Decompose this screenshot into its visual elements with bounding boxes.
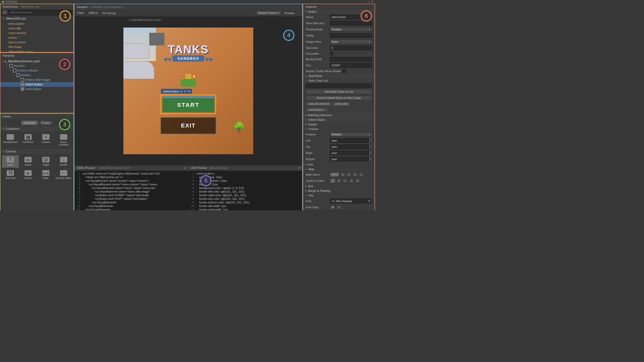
lib-item-textfield[interactable]: T|Text Field [2,169,19,181]
lib-item-slider[interactable]: ⟷Slider [38,169,54,181]
unit-toggle[interactable]: - [369,157,372,161]
justify-between[interactable]: ▯ [349,178,354,183]
game-exit-button[interactable]: EXIT [160,117,216,134]
unit-toggle[interactable]: - [369,151,372,155]
annotation-3: 3 [59,119,70,130]
align-icon[interactable]: ≡ [181,90,182,93]
controls-foldout[interactable]: Controls [1,149,73,154]
display-foldout[interactable]: Display [303,122,375,127]
fit-canvas-button[interactable]: Fit Canvas [101,11,118,15]
class-pill[interactable]: .unity-text-element [306,102,331,106]
class-pill[interactable]: .menu-button× [306,108,328,112]
class-input[interactable] [306,83,372,88]
selector-item[interactable]: .title-image [1,45,73,49]
right-input[interactable] [330,151,369,155]
classlist-foldout[interactable]: Style Class List [303,78,375,83]
tabindex-input[interactable] [330,46,372,50]
kebab-icon[interactable]: ⋮ [68,54,71,57]
align-start[interactable]: ▯ [340,172,345,177]
text-foldout[interactable]: Text [303,193,375,198]
lib-item-minmax[interactable]: ↔Min-Max Slider [55,169,72,181]
tree-row-selected[interactable]: #start-button [1,82,73,87]
text-input[interactable] [330,63,372,68]
align-foldout[interactable]: Align [303,167,375,171]
selector-item[interactable]: .menu-window [1,31,73,35]
position-dropdown[interactable]: Relative [330,132,372,137]
pickingmode-dropdown[interactable]: Position [330,27,372,32]
lib-item-visualelement[interactable]: VisualElement [2,133,19,148]
lib-item-imgui[interactable]: IMGUI Container [55,133,72,148]
tab-standard[interactable]: Standard [21,120,38,125]
selector-item[interactable]: .menu-button [1,21,73,26]
popout-icon[interactable]: ↗ [184,166,186,170]
justify-end[interactable]: ▯ [342,178,348,183]
close-icon[interactable]: × [324,108,326,111]
bold-button[interactable]: B [330,205,336,210]
tree-row[interactable]: #menu-title-image [1,77,73,82]
selector-list: .menu-button .menu-title .menu-window .s… [1,21,73,52]
justify-center[interactable]: ▯ [336,178,342,183]
tab-project[interactable]: Project [39,120,53,125]
object-picker-icon[interactable]: ⊙ [368,199,370,203]
add-class-button[interactable]: Add Style Class to List [306,89,372,94]
margin-foldout[interactable]: Margin & Padding [303,188,375,193]
selector-item[interactable]: .menu-title [1,26,73,31]
theme-dropdown[interactable]: Default Theme ▾ [256,11,281,15]
matching-foldout[interactable]: Matching Selectors [303,113,375,117]
align-center[interactable]: ▯ [346,172,352,177]
tree-row[interactable]: #exit-button [1,87,73,91]
lib-item-scroller[interactable]: ⋮Scroller [55,155,72,168]
top-input[interactable] [330,144,369,149]
stylesheet-foldout[interactable]: StyleSheet [303,74,375,78]
align-end[interactable]: ▯ [352,172,358,177]
tree-row[interactable]: ▼#menu [1,73,73,77]
lib-item-scrollview[interactable]: ▤ScrollView [20,133,37,148]
extract-styles-button[interactable]: Extract Inlined Styles to New Class [306,95,372,100]
font-field[interactable]: AaTeko-Regular⊙ [330,199,372,203]
start-button-selection[interactable]: #start-button ≡ ⤢ ↦ START [160,94,216,114]
size-foldout[interactable]: Size [303,184,375,188]
justify-start[interactable]: ▯ [330,178,336,183]
zoom-dropdown[interactable]: 100% ▾ [87,11,99,15]
inlined-foldout[interactable]: Inlined Styles [303,117,375,122]
kebab-icon[interactable]: ⋮ [298,11,301,15]
canvas-area[interactable]: 4 1_MainMenuScreen.uxml TANKS ◀◀ SANDBOX [74,17,302,165]
kebab-icon[interactable]: ⋮ [297,5,300,8]
unit-toggle[interactable]: - [369,144,372,149]
bindingpath-input[interactable] [330,57,372,62]
preview-button[interactable]: Preview [283,11,296,15]
justify-around[interactable]: ▯ [355,178,360,183]
popout-icon[interactable]: ↗ [298,166,300,170]
uxml-code[interactable]: 1<ui:UXML xmlns:ui="UnityEngine.UIElemen… [74,171,188,210]
position-foldout[interactable]: Position [303,127,375,131]
selector-item[interactable]: .screen [1,35,73,40]
focusable-checkbox[interactable] [330,52,334,55]
align-auto[interactable]: AUTO [330,172,339,177]
tooltip-input[interactable] [330,33,372,38]
window-controls[interactable]: ⋮ □ ✕ [364,0,374,3]
hierarchy-header: Hierarchy⋮ [1,53,73,58]
class-pill[interactable]: .unity-button [332,102,350,106]
align-icon[interactable]: ↦ [188,90,190,93]
flex-foldout[interactable]: Flex [303,162,375,167]
selector-item[interactable]: .menu-button:hover [1,49,73,52]
lib-item-foldout[interactable]: ▸Foldout [20,169,37,181]
game-start-button[interactable]: START [163,97,214,112]
lib-item-listview[interactable]: ≡ListView [38,133,54,148]
bottom-input[interactable] [330,157,369,161]
file-menu[interactable]: File▾ [76,11,85,15]
usagehints-dropdown[interactable]: None [330,39,372,44]
add-selector-button[interactable]: + [2,10,7,15]
lib-item-label[interactable]: TLabel [2,155,19,168]
kebab-icon[interactable]: ⋮ [68,115,71,118]
left-input[interactable] [330,138,369,143]
unit-toggle[interactable]: - [369,138,372,143]
lib-item-toggle[interactable]: ☑Toggle [38,155,54,168]
viewport-panel: Viewport - UI Builder 1.0.0-preview.11 ⋮… [74,4,303,210]
lib-item-button[interactable]: ▭Button [20,155,37,168]
align-stretch[interactable]: ▯ [358,172,364,177]
italic-button[interactable]: I [336,205,342,210]
align-icon[interactable]: ⤢ [184,90,186,93]
displaytooltip-checkbox[interactable] [342,69,346,73]
selector-item[interactable]: .menu-column [1,40,73,45]
